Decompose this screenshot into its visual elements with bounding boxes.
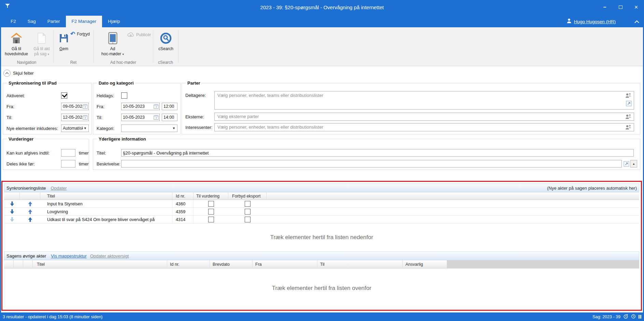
csearch-button[interactable]: cSearch: [155, 30, 177, 52]
update-record-overview-link[interactable]: Opdater aktoversigt: [90, 253, 129, 259]
goto-main-window-button[interactable]: Gå tilhovedvindue: [3, 30, 30, 57]
row-id: 4359: [172, 208, 194, 215]
minimize-button[interactable]: –: [597, 0, 613, 14]
svg-text:7: 7: [84, 106, 86, 109]
sync-to-ipad-section: Synkronisering til iPad Aktiveret: Fra: …: [3, 81, 92, 134]
clock-icon[interactable]: [631, 314, 636, 320]
tab-sag[interactable]: Sag: [22, 16, 42, 27]
home-icon: [10, 30, 23, 46]
synclist-row[interactable]: Lovgivning 4359: [4, 208, 639, 216]
column-header-fra[interactable]: Fra: [253, 260, 317, 268]
move-down-button[interactable]: [4, 208, 20, 215]
icon-column-header: [4, 260, 14, 268]
app-logo-icon: [5, 3, 10, 10]
maximize-button[interactable]: [613, 0, 628, 14]
address-book-icon[interactable]: [625, 93, 632, 100]
close-icon: ×: [634, 4, 638, 11]
address-book-icon[interactable]: [625, 125, 632, 131]
heldags-checkbox[interactable]: [121, 92, 127, 99]
synclist-update-link[interactable]: Opdater: [51, 186, 67, 191]
tab-f2-manager[interactable]: F2 Manager: [66, 16, 102, 27]
move-up-button[interactable]: [20, 216, 40, 223]
move-down-button[interactable]: [4, 200, 20, 207]
synclist-row[interactable]: Input fra Styrelsen 4360: [4, 200, 639, 208]
aktiveret-checkbox[interactable]: [61, 92, 67, 99]
til-vurdering-checkbox[interactable]: [208, 201, 214, 207]
til-vurdering-checkbox[interactable]: [208, 217, 214, 222]
column-header-titel[interactable]: Titel: [40, 192, 172, 200]
column-header-id[interactable]: Id nr.: [172, 192, 194, 200]
other-records-drop-area[interactable]: Træk elementer hertil fra listen ovenfor: [4, 268, 639, 308]
interessenter-field[interactable]: Vælg personer, enheder, teams eller dist…: [214, 123, 634, 131]
collapse-ribbon-button[interactable]: [634, 20, 639, 23]
column-header-forbyd-eksport[interactable]: Forbyd eksport: [228, 192, 267, 200]
column-header-ansvarlig[interactable]: Ansvarlig: [403, 260, 447, 268]
move-up-button[interactable]: [20, 208, 40, 215]
timer-unit-label: timer: [79, 150, 89, 156]
til-vurdering-checkbox[interactable]: [208, 209, 214, 215]
nye-elementer-dropdown[interactable]: Automatisk ▼: [61, 125, 89, 132]
column-header-titel[interactable]: Titel: [33, 260, 167, 268]
ribbon-tab-bar: F2 Sag Parter F2 Manager Hjælp Hugo Hugo…: [0, 16, 644, 27]
forbyd-eksport-checkbox[interactable]: [245, 209, 251, 215]
forbyd-eksport-checkbox[interactable]: [245, 217, 251, 222]
collapse-fields-icon: [3, 70, 11, 77]
ad-hoc-meetings-button[interactable]: Adhoc-møder ▾: [99, 30, 126, 57]
svg-text:7: 7: [155, 117, 157, 120]
ribbon-separator: [53, 30, 54, 63]
eksterne-label: Eksterne:: [185, 114, 214, 119]
column-header-id[interactable]: Id nr.: [167, 260, 210, 268]
calendar-icon[interactable]: 7: [83, 115, 88, 120]
undo-button[interactable]: ↶ Fortryd: [70, 31, 90, 37]
close-button[interactable]: ×: [628, 0, 644, 14]
user-menu-link[interactable]: Hugo Hugosen (HR): [574, 19, 616, 24]
row-id: 4360: [172, 200, 194, 207]
other-records-header-bar: Sagens øvrige akter Vis mappestruktur Op…: [4, 251, 639, 260]
expand-field-icon[interactable]: [626, 101, 632, 108]
hide-fields-toggle[interactable]: Skjul felter: [3, 70, 34, 77]
deles-ikke-foer-input[interactable]: [61, 160, 75, 167]
tab-parter[interactable]: Parter: [42, 16, 66, 27]
row-title: Lovgivning: [40, 208, 172, 215]
window-title: 2023 - 39: §20-spørgsmål - Overvågning p…: [102, 0, 542, 16]
undo-icon: ↶: [70, 31, 75, 37]
tab-hjaelp[interactable]: Hjælp: [102, 16, 126, 27]
kategori-dropdown[interactable]: ▼: [121, 125, 177, 132]
refresh-timer-icon[interactable]: [623, 314, 628, 320]
move-up-button[interactable]: [20, 200, 40, 207]
show-folder-structure-link[interactable]: Vis mappestruktur: [51, 253, 87, 259]
calendar-icon[interactable]: 7: [83, 104, 88, 109]
eksterne-field[interactable]: Vælg eksterne parter: [214, 113, 634, 121]
synclist-row[interactable]: Udkast til svar på S424 Om borgere blive…: [4, 216, 639, 223]
collapse-description-button[interactable]: ▲: [630, 160, 637, 167]
titel-input[interactable]: [121, 149, 634, 157]
arrow-up-icon: [28, 201, 32, 206]
synclist-column-headers: Titel Id nr. Til vurdering Forbyd ekspor…: [4, 192, 639, 200]
deltagere-field[interactable]: Vælg personer, enheder, teams eller dist…: [214, 91, 634, 110]
arrow-down-icon: [10, 209, 14, 214]
calendar-icon[interactable]: 7: [154, 115, 159, 120]
svg-text:7: 7: [155, 106, 157, 109]
row-id: 4314: [172, 216, 194, 223]
move-up-column-header: [20, 192, 40, 200]
synclist-drop-area[interactable]: Træk elementer hertil fra listen nedenfo…: [4, 223, 639, 251]
calendar-icon[interactable]: 7: [154, 104, 159, 109]
column-header-til-vurdering[interactable]: Til vurdering: [194, 192, 228, 200]
aktiveret-label: Aktiveret:: [6, 93, 61, 98]
expand-field-icon[interactable]: [623, 161, 629, 167]
dato-fra-time-input[interactable]: [162, 103, 177, 110]
save-button[interactable]: Gem: [56, 30, 72, 52]
results-status-text: 3 resultater - opdateret i dag 15:03 (8 …: [3, 315, 103, 319]
interessenter-label: Interessenter:: [185, 125, 214, 130]
forbyd-eksport-checkbox[interactable]: [245, 201, 251, 207]
additional-info-section: Yderligere information Titel: Beskrivels…: [93, 136, 640, 170]
column-header-til[interactable]: Til: [317, 260, 403, 268]
column-header-brevdato[interactable]: Brevdato: [210, 260, 253, 268]
tab-f2[interactable]: F2: [5, 16, 22, 27]
dato-til-time-input[interactable]: [162, 114, 177, 121]
kan-kun-afgives-input[interactable]: [61, 149, 75, 157]
beskrivelse-input[interactable]: [121, 160, 622, 167]
pause-refresh-button[interactable]: [639, 315, 641, 319]
address-book-icon[interactable]: [625, 114, 632, 121]
publish-button: Publicér: [127, 31, 151, 38]
